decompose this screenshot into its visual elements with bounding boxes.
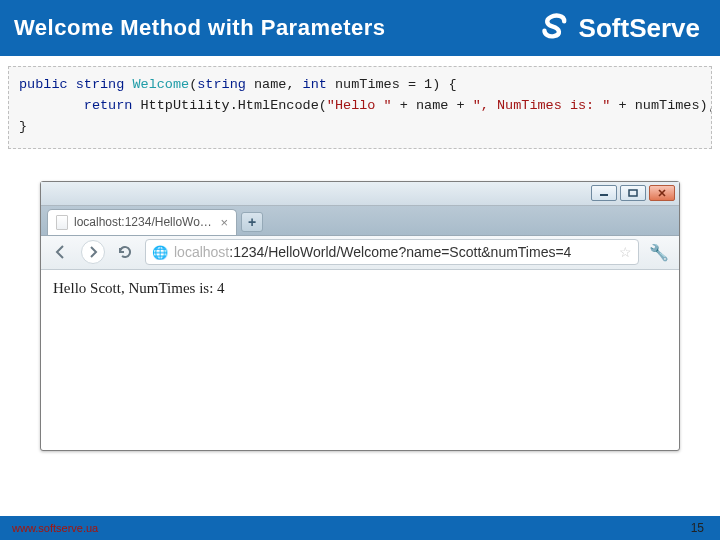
keyword-return: return: [84, 98, 133, 113]
plus-1: + name +: [392, 98, 473, 113]
arrow-right-icon: [86, 245, 100, 259]
maximize-button[interactable]: [620, 185, 646, 201]
page-output: Hello Scott, NumTimes is: 4: [53, 280, 667, 297]
keyword-int: int: [303, 77, 327, 92]
softserve-logo-icon: [537, 11, 571, 45]
svg-rect-1: [629, 190, 637, 196]
string-2: ", NumTimes is: ": [473, 98, 611, 113]
slide: Welcome Method with Parameters SoftServe…: [0, 0, 720, 540]
forward-button[interactable]: [81, 240, 105, 264]
page-number: 15: [691, 518, 704, 536]
browser-tab[interactable]: localhost:1234/HelloWorld/ ×: [47, 209, 237, 235]
browser-window: localhost:1234/HelloWorld/ × +: [40, 181, 680, 451]
slide-body: public string Welcome(string name, int n…: [0, 56, 720, 516]
call-a: HttpUtility.HtmlEncode(: [132, 98, 326, 113]
url-bar[interactable]: 🌐 localhost:1234/HelloWorld/Welcome?name…: [145, 239, 639, 265]
maximize-icon: [628, 189, 638, 197]
brand-text: SoftServe: [579, 13, 700, 44]
url-host: localhost: [174, 244, 229, 260]
window-titlebar: [41, 182, 679, 206]
brand: SoftServe: [537, 11, 700, 45]
tab-title: localhost:1234/HelloWorld/: [74, 215, 214, 229]
footer-bar: www.softserve.ua: [0, 516, 720, 540]
minimize-button[interactable]: [591, 185, 617, 201]
new-tab-button[interactable]: +: [241, 212, 263, 232]
nav-toolbar: 🌐 localhost:1234/HelloWorld/Welcome?name…: [41, 236, 679, 270]
brace-close: }: [19, 119, 27, 134]
keyword-string-2: string: [197, 77, 246, 92]
reload-button[interactable]: [113, 240, 137, 264]
wrench-icon: 🔧: [649, 243, 669, 262]
minimize-icon: [599, 189, 609, 197]
string-1: "Hello ": [327, 98, 392, 113]
keyword-public: public: [19, 77, 68, 92]
keyword-string: string: [76, 77, 125, 92]
reload-icon: [117, 244, 133, 260]
url-text: localhost:1234/HelloWorld/Welcome?name=S…: [174, 244, 613, 260]
header-bar: Welcome Method with Parameters SoftServe: [0, 0, 720, 56]
code-block: public string Welcome(string name, int n…: [8, 66, 712, 149]
back-button[interactable]: [49, 240, 73, 264]
bookmark-star-icon[interactable]: ☆: [619, 244, 632, 260]
browser-wrap: localhost:1234/HelloWorld/ × +: [8, 181, 712, 451]
close-button[interactable]: [649, 185, 675, 201]
arrow-left-icon: [53, 244, 69, 260]
footer-url: www.softserve.ua: [12, 522, 98, 534]
url-rest: :1234/HelloWorld/Welcome?name=Scott&numT…: [229, 244, 571, 260]
param-name: name,: [246, 77, 303, 92]
close-icon: [657, 189, 667, 197]
page-viewport: Hello Scott, NumTimes is: 4: [41, 270, 679, 450]
globe-icon: 🌐: [152, 245, 168, 260]
ident-welcome: Welcome: [132, 77, 189, 92]
plus-2: + numTimes);: [610, 98, 712, 113]
settings-button[interactable]: 🔧: [647, 240, 671, 264]
plus-icon: +: [248, 214, 256, 230]
tab-strip: localhost:1234/HelloWorld/ × +: [41, 206, 679, 236]
favicon-icon: [56, 215, 68, 230]
slide-title: Welcome Method with Parameters: [14, 15, 386, 41]
param-rest: numTimes = 1) {: [327, 77, 457, 92]
indent: [19, 98, 84, 113]
tab-close-icon[interactable]: ×: [220, 215, 228, 230]
